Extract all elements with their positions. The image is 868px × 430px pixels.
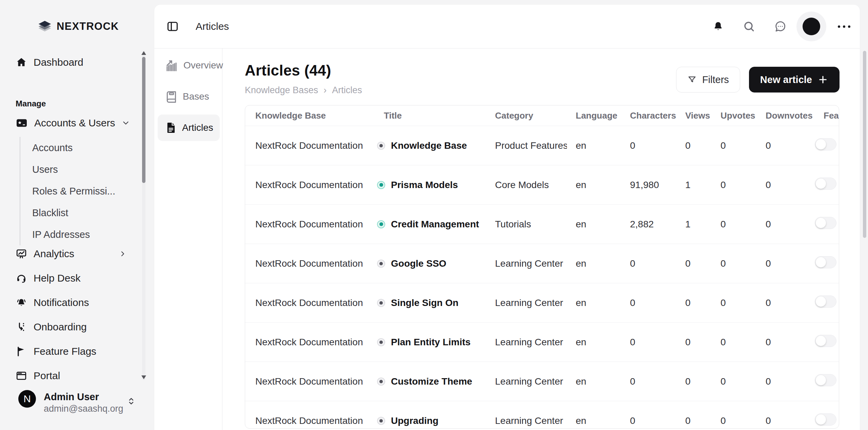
sidebar-item-help-desk[interactable]: Help Desk: [16, 272, 128, 284]
article-title[interactable]: Google SSO: [391, 258, 446, 269]
cell-downvotes: 0: [757, 415, 815, 426]
sidebar-item-ip-addresses[interactable]: IP Addresses: [20, 224, 144, 245]
headset-icon: [16, 272, 27, 284]
sidebar-item-onboarding[interactable]: Onboarding: [16, 321, 128, 333]
featured-toggle[interactable]: [815, 374, 836, 386]
sidebar-item-dashboard[interactable]: Dashboard: [16, 57, 128, 68]
article-title[interactable]: Customize Theme: [391, 376, 472, 387]
featured-toggle[interactable]: [815, 256, 836, 268]
table-row[interactable]: NextRock Documentation Plan Entity Limit…: [245, 322, 839, 362]
cell-knowledge-base: NextRock Documentation: [245, 140, 375, 151]
status-dot: [377, 142, 385, 150]
top-bar: Articles: [154, 5, 860, 48]
article-title[interactable]: Plan Entity Limits: [391, 337, 471, 348]
chat-icon[interactable]: [774, 20, 786, 33]
cell-featured: [815, 413, 839, 428]
cell-category: Product Features: [486, 140, 567, 151]
article-title[interactable]: Credit Management: [391, 219, 479, 230]
sidebar-item-portal[interactable]: Portal: [16, 370, 128, 381]
column-header-title[interactable]: Title: [375, 110, 486, 121]
cell-knowledge-base: NextRock Documentation: [245, 415, 375, 426]
table-row[interactable]: NextRock Documentation Single Sign On Le…: [245, 283, 839, 322]
cell-views: 0: [676, 337, 712, 348]
window-scrollbar-thumb[interactable]: [863, 51, 866, 238]
cell-upvotes: 0: [712, 298, 757, 308]
flag-icon: [16, 346, 27, 357]
table-row[interactable]: NextRock Documentation Google SSO Learni…: [245, 244, 839, 283]
sidebar-scrollbar-up-arrow[interactable]: [141, 51, 146, 55]
cell-featured: [815, 217, 839, 231]
new-article-button[interactable]: New article: [749, 67, 840, 93]
table-row[interactable]: NextRock Documentation Knowledge Base Pr…: [245, 126, 839, 165]
table-row[interactable]: NextRock Documentation Upgrading Learnin…: [245, 401, 839, 429]
column-header-category[interactable]: Category: [486, 110, 567, 121]
user-menu[interactable]: N Admin User admin@saashq.org: [0, 381, 154, 430]
table-row[interactable]: NextRock Documentation Prisma Models Cor…: [245, 165, 839, 204]
cell-characters: 0: [621, 376, 676, 387]
cell-upvotes: 0: [712, 180, 757, 190]
column-header-upvotes[interactable]: Upvotes: [712, 110, 757, 121]
cell-knowledge-base: NextRock Documentation: [245, 219, 375, 230]
column-header-knowledge-base[interactable]: Knowledge Base: [245, 110, 375, 121]
cell-characters: 0: [621, 298, 676, 308]
sidebar-toggle-icon[interactable]: [166, 20, 179, 33]
search-icon[interactable]: [743, 20, 755, 33]
sidebar-item-notifications[interactable]: Notifications: [16, 297, 128, 308]
cell-title: Google SSO: [375, 258, 486, 269]
breadcrumb-separator-icon: ›: [323, 85, 327, 96]
sidebar-item-accounts[interactable]: Accounts: [20, 137, 144, 159]
sidebar-item-roles-permissions[interactable]: Roles & Permissi...: [20, 180, 144, 202]
featured-toggle[interactable]: [815, 217, 836, 229]
cell-downvotes: 0: [757, 140, 815, 151]
sidebar-scrollbar-thumb[interactable]: [142, 57, 145, 183]
table-row[interactable]: NextRock Documentation Customize Theme L…: [245, 362, 839, 401]
brand-logo[interactable]: NEXTROCK: [37, 19, 119, 34]
tab-overview[interactable]: Overview: [158, 52, 220, 79]
tab-articles[interactable]: Articles: [158, 115, 220, 141]
column-header-downvotes[interactable]: Downvotes: [757, 110, 815, 121]
cell-characters: 0: [621, 258, 676, 269]
filters-button[interactable]: Filters: [676, 67, 740, 93]
column-header-featured[interactable]: Featured: [815, 110, 839, 121]
tab-bases[interactable]: Bases: [158, 83, 220, 110]
sidebar-item-users[interactable]: Users: [20, 159, 144, 180]
featured-toggle[interactable]: [815, 138, 836, 150]
cell-downvotes: 0: [757, 258, 815, 269]
sidebar-item-feature-flags[interactable]: Feature Flags: [16, 346, 128, 357]
sidebar-item-blacklist[interactable]: Blacklist: [20, 202, 144, 224]
cell-title: Plan Entity Limits: [375, 337, 486, 348]
sidebar-item-accounts-users[interactable]: Accounts & Users: [16, 117, 128, 129]
browser-window-icon: [16, 370, 27, 381]
chevrons-up-down-icon: [126, 396, 136, 406]
article-title[interactable]: Single Sign On: [391, 298, 458, 308]
featured-toggle[interactable]: [815, 335, 836, 347]
column-header-language[interactable]: Language: [567, 110, 621, 121]
sidebar-scrollbar-down-arrow[interactable]: [141, 375, 146, 379]
featured-toggle[interactable]: [815, 295, 836, 308]
profile-avatar-dot: [803, 18, 820, 35]
sidebar-item-analytics[interactable]: Analytics: [16, 248, 128, 260]
breadcrumb-parent[interactable]: Knowledge Bases: [245, 85, 318, 96]
article-title[interactable]: Prisma Models: [391, 180, 458, 190]
cell-upvotes: 0: [712, 415, 757, 426]
column-header-characters[interactable]: Characters: [621, 110, 676, 121]
article-title[interactable]: Upgrading: [391, 415, 438, 426]
cell-language: en: [567, 180, 621, 190]
featured-toggle[interactable]: [815, 178, 836, 190]
cell-knowledge-base: NextRock Documentation: [245, 180, 375, 190]
featured-toggle[interactable]: [815, 413, 836, 426]
column-header-views[interactable]: Views: [676, 110, 712, 121]
notifications-bell-icon[interactable]: [712, 21, 724, 32]
more-options-icon[interactable]: [836, 22, 852, 31]
funnel-icon: [687, 75, 697, 84]
cell-featured: [815, 178, 839, 192]
article-title[interactable]: Knowledge Base: [391, 140, 467, 151]
articles-table: Knowledge BaseTitleCategoryLanguageChara…: [245, 105, 839, 429]
table-row[interactable]: NextRock Documentation Credit Management…: [245, 204, 839, 244]
profile-avatar-button[interactable]: [796, 12, 826, 41]
sidebar-section-manage: Manage: [16, 99, 46, 108]
cell-language: en: [567, 298, 621, 308]
cell-views: 0: [676, 258, 712, 269]
cell-category: Learning Center: [486, 258, 567, 269]
breadcrumb-current: Articles: [332, 85, 362, 96]
